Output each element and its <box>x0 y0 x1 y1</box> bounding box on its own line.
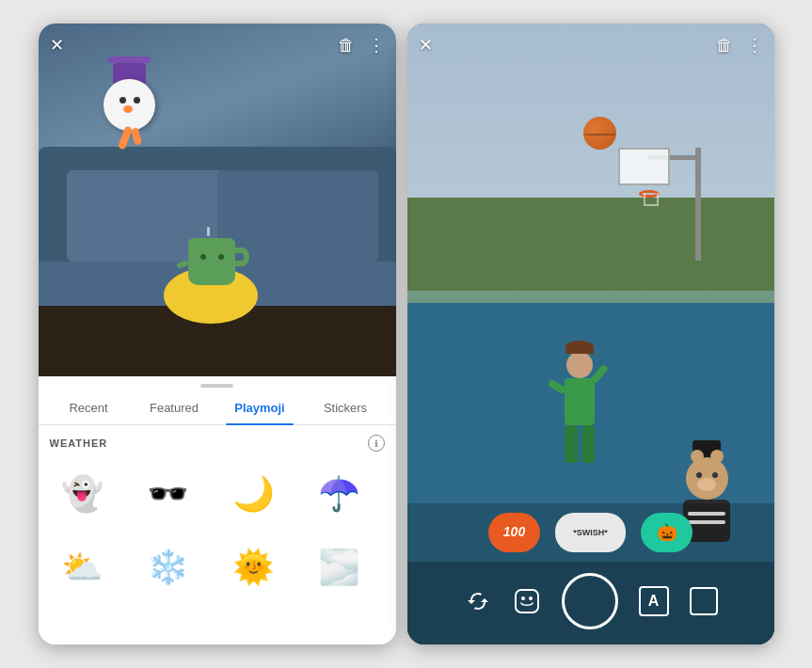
right-more-button[interactable]: ⋮ <box>746 35 763 56</box>
right-bottom-controls: 100 *SWISH* 🎃 <box>407 503 774 644</box>
cup-eye-left <box>200 254 206 260</box>
sticker-monster-badge[interactable]: 🎃 <box>641 513 693 552</box>
bear-eye-left <box>696 472 702 478</box>
right-close-button[interactable]: ✕ <box>419 35 433 56</box>
basketball-hoop <box>667 148 701 261</box>
left-phone: ✕ 🗑 ⋮ Recent Featured Pla <box>39 24 396 644</box>
cup-handle <box>235 247 249 266</box>
player-arm-left <box>547 379 566 395</box>
player-legs <box>547 425 613 463</box>
sticker-panel: Recent Featured Playmoji Stickers WEATHE… <box>39 376 396 644</box>
right-phone: ✕ 🗑 ⋮ 100 *SWISH* <box>407 24 774 644</box>
basketball-lines <box>583 134 616 135</box>
cup-steam <box>207 227 210 236</box>
bear-eye-right <box>712 472 718 478</box>
left-more-button[interactable]: ⋮ <box>368 35 385 56</box>
ghost-eye-right <box>134 97 140 103</box>
player-leg-left <box>565 425 578 463</box>
backboard <box>618 148 670 185</box>
player-hair <box>565 341 594 354</box>
ar-character-cup <box>188 238 249 299</box>
sticker-grid: 👻 🕶️ 🌙 ☂️ ⛅ ❄️ <box>50 461 385 600</box>
cup-body <box>188 238 235 285</box>
category-header: WEATHER ℹ <box>50 435 385 452</box>
right-delete-button[interactable]: 🗑 <box>716 36 733 56</box>
camera-controls-bar: A <box>407 562 774 644</box>
basketball-court-bg: ✕ 🗑 ⋮ 100 *SWISH* <box>407 24 774 644</box>
tab-stickers[interactable]: Stickers <box>303 391 389 424</box>
tab-bar: Recent Featured Playmoji Stickers <box>39 391 396 425</box>
basketball <box>583 117 616 150</box>
player-leg-right <box>581 425 595 463</box>
sticker-sleeping-moon[interactable]: 🌙 <box>221 461 287 527</box>
shutter-button[interactable] <box>562 573 618 629</box>
tab-playmoji[interactable]: Playmoji <box>217 391 303 424</box>
ghost-body <box>103 79 155 131</box>
ar-player-character <box>547 339 613 470</box>
hat-brim <box>108 56 151 63</box>
trees <box>407 198 774 291</box>
sticker-ghost[interactable]: 👻 <box>50 461 116 527</box>
gallery-button[interactable] <box>690 587 718 615</box>
sticker-swish-badge[interactable]: *SWISH* <box>555 513 626 552</box>
cup-arm-right <box>192 272 204 282</box>
ar-sticker-strip: 100 *SWISH* 🎃 <box>407 503 774 562</box>
ghost-eye-left <box>119 97 126 103</box>
right-top-controls: ✕ 🗑 ⋮ <box>419 35 763 56</box>
ghost-nose <box>123 105 133 113</box>
tab-featured[interactable]: Featured <box>132 391 217 424</box>
ar-character-ghost <box>92 52 167 127</box>
sticker-umbrella[interactable]: ☂️ <box>307 461 373 527</box>
bear-ear-left <box>691 450 704 463</box>
text-overlay-button[interactable]: A <box>639 586 669 616</box>
sticker-picker-button[interactable] <box>513 587 541 615</box>
left-right-controls: 🗑 ⋮ <box>338 35 385 56</box>
svg-point-1 <box>521 596 525 600</box>
category-label: WEATHER <box>50 437 108 449</box>
svg-point-2 <box>529 596 533 600</box>
right-camera-view: ✕ 🗑 ⋮ 100 *SWISH* <box>407 24 774 644</box>
sticker-snow[interactable]: ❄️ <box>135 534 201 600</box>
ghost-leg-right <box>130 127 141 145</box>
svg-rect-0 <box>516 590 538 612</box>
left-top-controls: ✕ 🗑 ⋮ <box>50 35 385 56</box>
player-body <box>565 378 595 425</box>
sticker-100-badge[interactable]: 100 <box>488 513 540 552</box>
left-camera-view: ✕ 🗑 ⋮ <box>39 24 396 376</box>
hoop-net <box>644 193 659 206</box>
sticker-sun[interactable]: 🌞 <box>221 534 287 600</box>
panel-drag-handle[interactable] <box>200 384 233 388</box>
right-right-controls: 🗑 ⋮ <box>716 35 763 56</box>
hoop-pole <box>695 148 701 261</box>
left-delete-button[interactable]: 🗑 <box>338 36 355 56</box>
bear-ear-right <box>710 450 724 463</box>
sticker-content: WEATHER ℹ 👻 🕶️ 🌙 <box>39 425 396 610</box>
app-container: ✕ 🗑 ⋮ Recent Featured Pla <box>20 5 793 663</box>
left-close-button[interactable]: ✕ <box>50 35 64 56</box>
bear-snout <box>697 478 716 491</box>
living-room-bg: ✕ 🗑 ⋮ <box>39 24 396 376</box>
cup-eye-right <box>218 254 224 260</box>
flip-camera-button[interactable] <box>464 587 492 615</box>
bear-head <box>686 457 728 500</box>
tab-recent[interactable]: Recent <box>46 391 132 424</box>
sticker-sunglasses-ghost[interactable]: 🕶️ <box>135 461 201 527</box>
sticker-fog[interactable]: 🌫️ <box>307 534 373 600</box>
info-button[interactable]: ℹ <box>368 435 385 452</box>
sticker-cloud[interactable]: ⛅ <box>50 534 116 600</box>
player-head <box>566 352 593 378</box>
